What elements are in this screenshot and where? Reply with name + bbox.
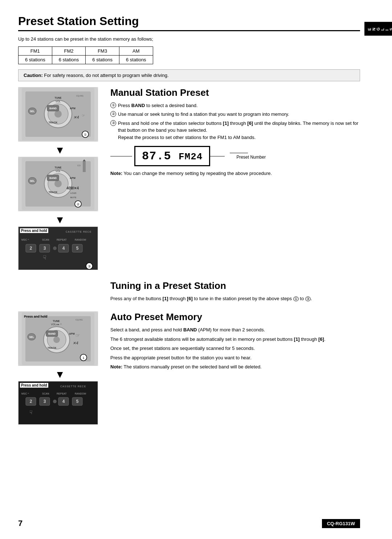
svg-text:VOL  ▸▸ ^: VOL ▸▸ ^ bbox=[51, 323, 62, 326]
step-2-text: Use manual or seek tuning to find a stat… bbox=[118, 111, 360, 118]
lcd-display: 87.5 FM24 bbox=[134, 146, 210, 166]
svg-text:②: ② bbox=[77, 203, 79, 206]
svg-text:TUNE: TUNE bbox=[54, 97, 61, 99]
tuning-left-col bbox=[18, 280, 102, 305]
svg-text:REPEAT: REPEAT bbox=[57, 392, 67, 395]
step-3-num: ③ bbox=[110, 120, 116, 126]
auto-preset-title: Auto Preset Memory bbox=[110, 311, 360, 323]
svg-text:CQ-RG: CQ-RG bbox=[75, 319, 83, 321]
device-image-5: Press and hold 31W CASSETTE RECE MSC ^ S… bbox=[18, 381, 98, 425]
arrow-down-2: ▼ bbox=[18, 214, 102, 226]
svg-text:MSC ^: MSC ^ bbox=[21, 392, 29, 395]
svg-text:TRACK: TRACK bbox=[49, 191, 58, 193]
svg-text:☟: ☟ bbox=[29, 409, 33, 415]
svg-text:③: ③ bbox=[88, 265, 91, 268]
page-number: 7 bbox=[18, 519, 23, 528]
page-wrapper: Preset Station Setting Up to 24 stations… bbox=[0, 0, 392, 539]
side-tab-language: ENGLISH bbox=[367, 27, 392, 31]
table-cell-am-stations: 6 stations bbox=[119, 55, 153, 64]
svg-text:RANDOM: RANDOM bbox=[75, 238, 86, 241]
svg-text:CO: CO bbox=[77, 164, 81, 167]
svg-text:CQ-RG: CQ-RG bbox=[76, 95, 83, 97]
svg-text:SCAN: SCAN bbox=[42, 238, 49, 241]
svg-text:☟: ☟ bbox=[43, 254, 46, 261]
table-header-am: AM bbox=[119, 46, 153, 55]
caution-label: Caution: bbox=[24, 73, 43, 78]
tuning-preset-title: Tuning in a Preset Station bbox=[110, 280, 360, 291]
svg-rect-20 bbox=[83, 161, 86, 172]
auto-preset-note: Note: The stations manually preset on th… bbox=[110, 363, 360, 371]
page-header: Preset Station Setting bbox=[18, 15, 360, 31]
svg-text:2: 2 bbox=[30, 399, 32, 404]
svg-text:APM: APM bbox=[69, 332, 75, 335]
preset-table: FM1 FM2 FM3 AM 6 stations 6 stations 6 s… bbox=[18, 46, 153, 64]
svg-text:BAND: BAND bbox=[48, 332, 56, 335]
svg-text:APM: APM bbox=[70, 177, 75, 179]
page-footer: 7 CQ-RG131W bbox=[18, 519, 360, 528]
arrow-down-1: ▼ bbox=[18, 144, 102, 156]
main-content: Preset Station Setting Up to 24 stations… bbox=[0, 0, 378, 539]
svg-text:SCAN: SCAN bbox=[42, 392, 49, 395]
device-image-1: TUNE VOL SEL BAND APM TRACK bbox=[18, 87, 98, 142]
model-badge: CQ-RG131W bbox=[322, 519, 360, 528]
side-tab: ENGLISH 4 bbox=[378, 0, 392, 539]
svg-text:CASSETTE RECE: CASSETTE RECE bbox=[60, 385, 86, 388]
table-header-fm1: FM1 bbox=[19, 46, 52, 55]
svg-text:5: 5 bbox=[76, 399, 79, 404]
svg-text:TUNE: TUNE bbox=[53, 320, 60, 322]
auto-preset-section: Press and hold TUNE VOL ▸▸ ^ CQ-RG bbox=[18, 311, 360, 428]
table-cell-fm2-stations: 6 stations bbox=[52, 55, 86, 64]
svg-text:CASSETTE RECE: CASSETTE RECE bbox=[66, 230, 91, 233]
step-2: ② Use manual or seek tuning to find a st… bbox=[110, 111, 360, 118]
device-image-4: Press and hold TUNE VOL ▸▸ ^ CQ-RG bbox=[18, 311, 98, 366]
svg-text:RANDOM: RANDOM bbox=[75, 392, 86, 395]
svg-text:SEL: SEL bbox=[29, 336, 34, 338]
svg-text:40W✕4: 40W✕4 bbox=[66, 186, 79, 190]
svg-text:APM: APM bbox=[70, 107, 75, 110]
table-cell-fm3-stations: 6 stations bbox=[86, 55, 119, 64]
svg-text:SEL: SEL bbox=[30, 180, 35, 182]
svg-text:①: ① bbox=[84, 133, 87, 136]
press-hold-label-2: Press and hold bbox=[20, 383, 48, 388]
press-hold-label-1: Press and hold bbox=[20, 228, 48, 233]
svg-point-49 bbox=[53, 246, 57, 250]
svg-text:TRACK: TRACK bbox=[49, 121, 58, 124]
arrow-down-3: ▼ bbox=[18, 369, 102, 380]
manual-preset-section: TUNE VOL SEL BAND APM TRACK bbox=[18, 87, 360, 273]
manual-preset-note: Note: You can change the memory setting … bbox=[110, 170, 360, 177]
svg-text:3: 3 bbox=[44, 399, 46, 404]
svg-text:REPEAT: REPEAT bbox=[57, 238, 67, 241]
svg-text:MSC ^: MSC ^ bbox=[21, 238, 29, 241]
svg-text:TRACK: TRACK bbox=[48, 347, 57, 349]
caution-box: Caution: For safety reasons, do not atte… bbox=[18, 69, 360, 81]
auto-preset-p1: Select a band, and press and hold BAND (… bbox=[110, 326, 360, 334]
svg-text:2: 2 bbox=[30, 246, 32, 251]
svg-point-24 bbox=[54, 180, 62, 187]
svg-text:☞: ☞ bbox=[75, 332, 80, 338]
tuning-preset-section: Tuning in a Preset Station Press any of … bbox=[18, 280, 360, 305]
svg-text:SEL: SEL bbox=[30, 110, 35, 113]
svg-text:VOL: VOL bbox=[56, 170, 61, 172]
svg-text:✕4: ✕4 bbox=[73, 115, 79, 119]
manual-preset-steps: ① Press BAND to select a desired band. ②… bbox=[110, 102, 360, 141]
svg-text:3: 3 bbox=[44, 246, 46, 251]
device-images-col: TUNE VOL SEL BAND APM TRACK bbox=[18, 87, 102, 273]
auto-preset-text: Auto Preset Memory Select a band, and pr… bbox=[110, 311, 360, 428]
table-header-fm3: FM3 bbox=[86, 46, 119, 55]
lcd-line-right bbox=[210, 156, 225, 156]
svg-text:LOUD: LOUD bbox=[70, 192, 77, 194]
svg-text:1: 1 bbox=[82, 356, 84, 360]
svg-text:4: 4 bbox=[62, 399, 65, 404]
step-1: ① Press BAND to select a desired band. bbox=[110, 102, 360, 109]
svg-text:4: 4 bbox=[62, 246, 65, 251]
tuning-preset-text: Tuning in a Preset Station Press any of … bbox=[110, 280, 360, 305]
device-image-3: Press and hold CASSETTE RECE MSC ^ SCAN … bbox=[18, 226, 98, 270]
table-cell-fm1-stations: 6 stations bbox=[19, 55, 52, 64]
svg-point-88 bbox=[53, 400, 57, 403]
page-subtitle: Up to 24 stations can be preset in the s… bbox=[18, 36, 360, 43]
lcd-preset-label: Preset Number bbox=[236, 155, 266, 160]
step-1-num: ① bbox=[110, 102, 116, 108]
svg-text:VOL: VOL bbox=[56, 100, 61, 103]
table-header-fm2: FM2 bbox=[52, 46, 86, 55]
auto-preset-p3: Once set, the preset stations are sequen… bbox=[110, 345, 360, 352]
